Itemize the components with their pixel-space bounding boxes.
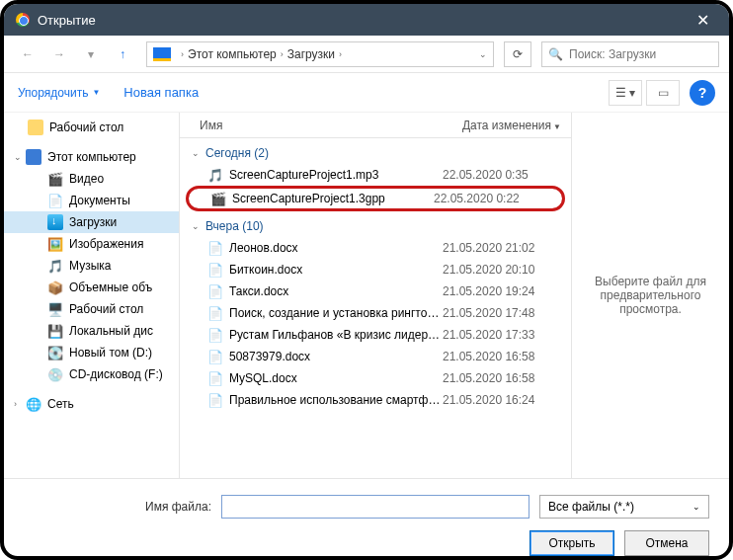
file-name: ScreenCaptureProject1.3gpp <box>232 192 434 205</box>
file-icon: 📄 <box>207 240 223 256</box>
file-row[interactable]: 📄MySQL.docx21.05.2020 16:58 <box>180 367 571 389</box>
file-name: ScreenCaptureProject1.mp3 <box>229 168 443 182</box>
tree-desktop2[interactable]: Рабочий стол <box>4 298 179 320</box>
group-yesterday[interactable]: ⌄Вчера (10) <box>180 215 571 237</box>
organize-button[interactable]: Упорядочить▼ <box>18 86 100 100</box>
column-headers: Имя Дата изменения▼ <box>180 113 571 138</box>
file-row[interactable]: 📄Леонов.docx21.05.2020 21:02 <box>180 237 571 259</box>
file-row[interactable]: 📄Такси.docx21.05.2020 19:24 <box>180 280 571 302</box>
file-icon: 📄 <box>207 283 223 299</box>
titlebar: Открытие ✕ <box>4 4 729 36</box>
filename-input[interactable] <box>221 495 529 519</box>
file-row[interactable]: 📄Биткоин.docx21.05.2020 20:10 <box>180 259 571 280</box>
tree-documents[interactable]: Документы <box>4 190 179 211</box>
column-name[interactable]: Имя <box>200 119 443 132</box>
file-icon: 🎵 <box>207 167 223 183</box>
file-row[interactable]: 🎬ScreenCaptureProject1.3gpp22.05.2020 0:… <box>186 186 565 211</box>
tree-volume-d[interactable]: Новый том (D:) <box>4 342 179 363</box>
expand-icon[interactable]: ⌄ <box>14 152 26 162</box>
navbar: ← → ▾ ↑ › Этот компьютер › Загрузки › ⌄ … <box>4 36 729 73</box>
file-name: Такси.docx <box>229 284 443 298</box>
cancel-button[interactable]: Отмена <box>624 530 709 556</box>
search-box[interactable]: 🔍 <box>541 41 719 67</box>
chevron-right-icon: › <box>281 49 284 59</box>
footer: Имя файла: Все файлы (*.*)⌄ Открыть Отме… <box>4 478 729 560</box>
file-icon: 📄 <box>207 327 223 343</box>
file-icon: 📄 <box>207 305 223 321</box>
tree-desktop[interactable]: Рабочий стол <box>4 117 179 138</box>
nav-back-button[interactable]: ← <box>14 40 41 68</box>
sidebar: Рабочий стол ⌄Этот компьютер Видео Докум… <box>4 113 180 478</box>
open-button[interactable]: Открыть <box>529 530 614 556</box>
file-row[interactable]: 📄Поиск, создание и установка рингтоно...… <box>180 302 571 324</box>
breadcrumb-dropdown-icon[interactable]: ⌄ <box>479 49 487 59</box>
chevron-down-icon: ⌄ <box>692 502 700 512</box>
file-date: 21.05.2020 17:33 <box>443 328 571 342</box>
toolbar: Упорядочить▼ Новая папка ☰ ▾ ▭ ? <box>4 73 729 113</box>
file-date: 21.05.2020 19:24 <box>443 284 571 298</box>
breadcrumb-item[interactable]: Загрузки <box>287 47 335 61</box>
tree-videos[interactable]: Видео <box>4 168 179 190</box>
file-name: Поиск, создание и установка рингтоно... <box>229 306 443 320</box>
file-name: Биткоин.docx <box>229 263 443 277</box>
sort-desc-icon: ▼ <box>553 122 561 131</box>
file-icon: 📄 <box>207 349 223 364</box>
file-icon: 📄 <box>207 262 223 278</box>
tree-3d[interactable]: Объемные объ <box>4 277 179 298</box>
tree-network[interactable]: ›Сеть <box>4 393 179 415</box>
file-row[interactable]: 📄50873979.docx21.05.2020 16:58 <box>180 346 571 367</box>
file-name: Правильное использование смартфон... <box>229 393 443 407</box>
preview-pane-button[interactable]: ▭ <box>646 80 680 106</box>
file-name: Рустам Гильфанов «В кризис лидеры д... <box>229 328 443 342</box>
file-date: 21.05.2020 16:24 <box>443 393 571 407</box>
tree-pictures[interactable]: Изображения <box>4 233 179 255</box>
chevron-down-icon: ▼ <box>92 88 100 97</box>
breadcrumb-item[interactable]: Этот компьютер <box>188 47 277 61</box>
view-mode-button[interactable]: ☰ ▾ <box>609 80 642 106</box>
nav-up-button[interactable]: ↑ <box>109 40 136 68</box>
nav-forward-button: → <box>45 40 73 68</box>
window-title: Открытие <box>38 13 689 28</box>
file-date: 21.05.2020 21:02 <box>443 241 571 255</box>
tree-local-disk[interactable]: Локальный дис <box>4 320 179 342</box>
chrome-icon <box>16 13 30 27</box>
expand-icon[interactable]: › <box>14 399 26 409</box>
column-date[interactable]: Дата изменения▼ <box>443 119 571 132</box>
refresh-button[interactable]: ⟳ <box>504 41 531 67</box>
file-name: MySQL.docx <box>229 371 443 385</box>
tree-music[interactable]: Музыка <box>4 255 179 277</box>
file-filter-select[interactable]: Все файлы (*.*)⌄ <box>539 495 709 519</box>
new-folder-button[interactable]: Новая папка <box>123 85 199 100</box>
main-area: Рабочий стол ⌄Этот компьютер Видео Докум… <box>4 113 729 478</box>
help-button[interactable]: ? <box>690 80 715 106</box>
chevron-down-icon: ⌄ <box>192 221 200 231</box>
file-date: 21.05.2020 16:58 <box>443 350 571 363</box>
file-row[interactable]: 📄Правильное использование смартфон...21.… <box>180 389 571 411</box>
search-input[interactable] <box>569 47 717 61</box>
file-name: Леонов.docx <box>229 241 443 255</box>
chevron-down-icon: ⌄ <box>192 148 200 158</box>
tree-cd-drive[interactable]: CD-дисковод (F:) <box>4 363 179 385</box>
preview-message: Выберите файл для предварительного просм… <box>592 275 709 316</box>
tree-downloads[interactable]: Загрузки <box>4 211 179 233</box>
tree-this-pc[interactable]: ⌄Этот компьютер <box>4 146 179 168</box>
file-icon: 🎬 <box>210 191 226 206</box>
file-row[interactable]: 🎵ScreenCaptureProject1.mp322.05.2020 0:3… <box>180 164 571 186</box>
chevron-right-icon: › <box>181 49 184 59</box>
breadcrumb[interactable]: › Этот компьютер › Загрузки › ⌄ <box>146 41 494 67</box>
file-row[interactable]: 📄Рустам Гильфанов «В кризис лидеры д...2… <box>180 324 571 346</box>
filename-label: Имя файла: <box>24 500 221 514</box>
group-today[interactable]: ⌄Сегодня (2) <box>180 142 571 164</box>
file-date: 22.05.2020 0:22 <box>434 192 562 205</box>
file-date: 21.05.2020 17:48 <box>443 306 571 320</box>
chevron-right-icon: › <box>339 49 342 59</box>
file-icon: 📄 <box>207 370 223 386</box>
file-date: 21.05.2020 16:58 <box>443 371 571 385</box>
nav-recent-button[interactable]: ▾ <box>77 40 105 68</box>
file-icon: 📄 <box>207 392 223 408</box>
file-name: 50873979.docx <box>229 350 443 363</box>
downloads-folder-icon <box>153 47 171 61</box>
file-date: 21.05.2020 20:10 <box>443 263 571 277</box>
close-button[interactable]: ✕ <box>689 7 717 34</box>
search-icon: 🔍 <box>548 47 563 61</box>
